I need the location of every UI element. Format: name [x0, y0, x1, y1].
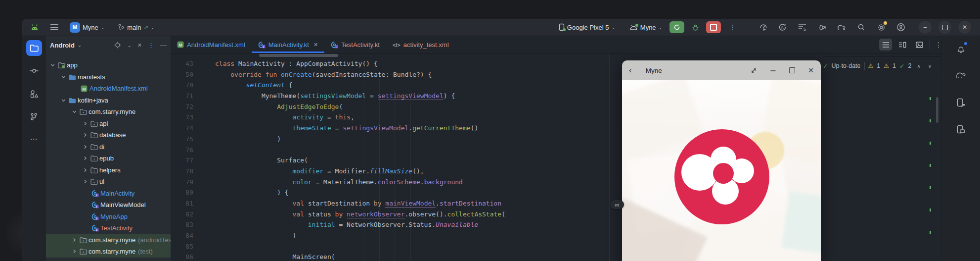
- commit-tool-icon[interactable]: [26, 63, 42, 79]
- chevron-right-icon[interactable]: [83, 132, 90, 138]
- notification-dot: [964, 42, 967, 45]
- search-icon[interactable]: [854, 21, 868, 34]
- tree-item-ui[interactable]: ui: [46, 176, 171, 188]
- minimize-icon[interactable]: [770, 67, 776, 74]
- tree-item-com-starry-myne[interactable]: com.starry.myne(androidTest): [46, 234, 171, 246]
- horizontal-scrollbar[interactable]: [259, 54, 338, 57]
- chevron-right-icon[interactable]: [83, 167, 90, 173]
- android-head-icon: [629, 25, 638, 30]
- account-avatar-icon[interactable]: [894, 21, 908, 34]
- tab-testactivity-kt[interactable]: TestActivity.kt: [324, 36, 386, 53]
- profiler-icon[interactable]: [757, 21, 770, 34]
- device-window-titlebar[interactable]: ‹ Myne ✕: [622, 60, 821, 80]
- device-explorer-icon[interactable]: 5: [795, 21, 809, 34]
- device-manager-tool-icon[interactable]: [953, 95, 969, 110]
- tree-item-api[interactable]: api: [46, 118, 171, 130]
- gradle-tool-icon[interactable]: [953, 68, 969, 84]
- code-editor[interactable]: 43class MainActivity : AppCompatActivity…: [171, 53, 941, 261]
- back-icon[interactable]: ‹: [629, 65, 632, 75]
- code-line: 80) {: [171, 187, 941, 198]
- apply-changes-icon[interactable]: A: [775, 21, 789, 34]
- attach-debugger-icon[interactable]: [815, 21, 829, 34]
- expand-icon[interactable]: ⌄: [127, 42, 131, 49]
- notifications-tool-icon[interactable]: [953, 41, 969, 57]
- debug-button[interactable]: [688, 21, 702, 34]
- split-view-toggle[interactable]: [896, 39, 909, 51]
- vcs-branch-widget[interactable]: main ↗ ⌄: [118, 24, 155, 31]
- tree-item-mainviewmodel[interactable]: MainViewModel: [46, 199, 171, 211]
- code-line: 78modifier = Modifier.fillMaxSize(),: [171, 166, 941, 177]
- project-widget[interactable]: M Myne ⌄: [70, 22, 105, 33]
- tree-item-app[interactable]: app: [46, 59, 171, 71]
- version-control-tool-icon[interactable]: [26, 108, 42, 124]
- window-minimize-button[interactable]: –: [919, 21, 932, 34]
- code-view-toggle[interactable]: [879, 39, 892, 51]
- tab-close-icon[interactable]: ✕: [313, 42, 318, 48]
- expand-icon[interactable]: [751, 67, 757, 74]
- tree-item-com-starry-myne[interactable]: com.starry.myne(test): [46, 246, 171, 258]
- tree-item-epub[interactable]: epub: [46, 153, 171, 164]
- editor-tab-bar: MAndroidManifest.xmlMainActivity.kt✕Test…: [171, 36, 941, 53]
- chevron-down-icon: ⌄: [101, 25, 105, 30]
- warning-count-1[interactable]: 1: [877, 62, 880, 69]
- chevron-right-icon[interactable]: [83, 144, 90, 150]
- hide-icon[interactable]: —: [160, 42, 167, 49]
- locate-icon[interactable]: [114, 42, 121, 49]
- settings-gear-icon[interactable]: [874, 21, 888, 34]
- warning-count-2[interactable]: 1: [892, 62, 896, 69]
- main-menu-icon[interactable]: [50, 24, 59, 31]
- prev-problem-icon[interactable]: ∧: [917, 63, 920, 69]
- collapse-all-icon[interactable]: ✕: [137, 42, 142, 49]
- running-devices-tool-icon[interactable]: [953, 121, 969, 137]
- chevron-down-icon[interactable]: [72, 109, 80, 114]
- tree-item-manifests[interactable]: manifests: [46, 71, 171, 83]
- window-attach-handle[interactable]: ∞: [610, 200, 624, 209]
- maximize-icon[interactable]: [789, 67, 795, 73]
- device-screen[interactable]: [622, 80, 821, 261]
- project-view-selector[interactable]: Android: [50, 42, 75, 49]
- tree-item-kotlin-java[interactable]: kotlin+java: [46, 95, 171, 106]
- chevron-right-icon[interactable]: [83, 179, 90, 184]
- options-icon[interactable]: ⋮: [148, 42, 154, 49]
- tree-item-database[interactable]: database: [46, 129, 171, 141]
- chevron-right-icon[interactable]: [72, 249, 80, 254]
- chevron-down-icon[interactable]: [61, 98, 69, 103]
- chevron-right-icon[interactable]: [72, 237, 80, 243]
- chevron-right-icon[interactable]: [83, 121, 90, 126]
- chevron-down-icon[interactable]: [50, 62, 58, 68]
- run-configuration[interactable]: Myne ⌄: [629, 24, 663, 31]
- tree-item-label: MainActivity: [100, 190, 134, 197]
- tree-item-com-starry-myne[interactable]: com.starry.myne: [46, 106, 171, 118]
- tab-mainactivity-kt[interactable]: MainActivity.kt✕: [252, 36, 324, 53]
- gradle-sync-icon[interactable]: [835, 21, 848, 34]
- close-icon[interactable]: ✕: [808, 66, 814, 74]
- tree-item-myneapp[interactable]: MyneApp: [46, 211, 171, 223]
- passed-check-icon: ✓: [899, 62, 904, 70]
- project-tool-icon[interactable]: [26, 40, 42, 56]
- device-selector[interactable]: Google Pixel 5 ⌄: [559, 23, 616, 31]
- tree-item-label: api: [99, 120, 108, 127]
- tab-activity-test-xml[interactable]: </>activity_test.xml: [386, 36, 455, 53]
- tree-item-label: epub: [99, 155, 114, 162]
- tree-item-helpers[interactable]: helpers: [46, 164, 171, 176]
- passed-count[interactable]: 2: [908, 62, 911, 69]
- more-tool-windows-tool-icon[interactable]: ⋯: [26, 131, 42, 147]
- more-actions-icon[interactable]: ⋮: [726, 21, 740, 34]
- resource-manager-tool-icon[interactable]: [26, 86, 42, 102]
- rerun-button[interactable]: [669, 21, 684, 33]
- tree-item-testactivity[interactable]: TestActivity: [46, 222, 171, 234]
- design-view-toggle[interactable]: [913, 39, 926, 51]
- chevron-down-icon[interactable]: [61, 74, 69, 80]
- stop-button[interactable]: [706, 21, 721, 33]
- window-maximize-button[interactable]: [938, 21, 951, 34]
- code-text: themeState = settingsViewModel.getCurren…: [215, 123, 478, 134]
- running-device-window[interactable]: ‹ Myne ✕: [622, 60, 821, 261]
- tree-item-mainactivity[interactable]: MainActivity: [46, 188, 171, 200]
- vertical-scrollbar[interactable]: [936, 97, 938, 123]
- window-close-button[interactable]: ✕: [958, 21, 971, 34]
- chevron-right-icon[interactable]: [83, 156, 90, 161]
- tab-androidmanifest-xml[interactable]: MAndroidManifest.xml: [171, 36, 252, 53]
- tree-item-androidmanifest-xml[interactable]: MAndroidManifest.xml: [46, 83, 171, 95]
- next-problem-icon[interactable]: ∨: [928, 63, 932, 69]
- tree-item-di[interactable]: di: [46, 141, 171, 153]
